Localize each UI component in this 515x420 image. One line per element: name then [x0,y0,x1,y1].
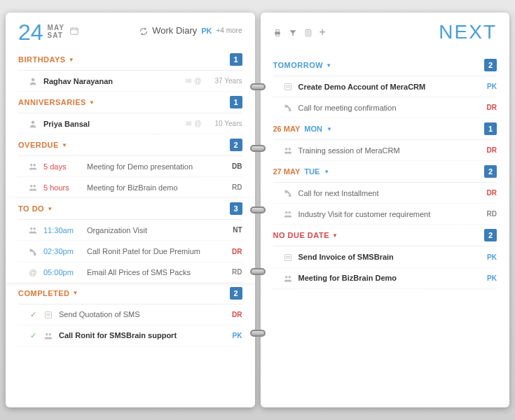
svg-point-10 [30,228,32,230]
next-label: NEXT [439,21,497,43]
list-item[interactable]: Priya Bansal ✉ @ 10 Years [18,113,242,134]
item-time: 5 hours [43,183,81,192]
owner-badge[interactable]: PK [201,27,212,35]
contact-icons: ✉ @ [186,77,201,85]
people-icon [28,225,38,234]
day-date: 27 MAY [273,167,301,176]
at-icon: @ [28,268,38,276]
item-tag: DR [480,146,497,154]
date-weekday: SAT [48,31,64,39]
item-tag: RD [226,268,242,276]
count-badge: 1 [230,53,242,66]
section-label: NO DUE DATE [273,231,329,239]
section-anniversaries[interactable]: ANNIVERSARIES ▼ 1 [18,92,242,113]
list-item[interactable]: 11:30am Organization Visit NT [18,220,242,241]
mail-icon[interactable]: ✉ [186,77,191,85]
day-header[interactable]: 26 MAY MON ▼ 1 [273,118,497,140]
item-tag: DR [480,104,497,111]
list-icon[interactable] [304,27,313,38]
at-icon[interactable]: @ [194,77,201,85]
people-icon [43,331,53,340]
list-item[interactable]: Industry Visit for customer requirement … [273,204,497,225]
section-overdue[interactable]: OVERDUE ▼ 2 [18,134,242,156]
phone-icon [283,103,293,112]
item-tag: DB [226,162,242,170]
svg-point-5 [32,121,35,125]
chevron-down-icon: ▼ [327,126,332,132]
check-icon: ✓ [28,331,38,340]
section-todo[interactable]: TO DO ▼ 3 [18,198,242,220]
at-icon[interactable]: @ [194,120,201,127]
right-header: + NEXT [273,21,497,43]
svg-point-15 [46,333,48,335]
item-text: Send Quotation of SMS [59,310,220,318]
calendar-icon[interactable] [70,25,78,35]
refresh-icon[interactable] [139,25,148,36]
list-item[interactable]: Training session of MeraCRM DR [273,140,497,161]
section-label: BIRTHDAYS [18,55,66,64]
print-icon[interactable] [273,27,282,38]
section-nodue[interactable]: NO DUE DATE ▼ 2 [273,225,497,246]
list-item[interactable]: 5 hours Meeting for BizBrain demo RD [18,177,242,198]
list-item[interactable]: Raghav Narayanan ✉ @ 37 Years [18,71,242,92]
item-text: Call for next Installment [298,189,475,197]
list-item[interactable]: ✓ Call Ronit for SMSBrain support PK [18,326,242,346]
diary-title: Work Diary [152,25,197,36]
svg-point-6 [30,164,32,166]
svg-rect-24 [284,84,291,90]
item-tag: PK [480,274,497,282]
list-item[interactable]: Meeting for BizBrain Demo PK [273,268,497,289]
more-link[interactable]: +4 more [217,27,242,34]
mail-icon[interactable]: ✉ [186,120,191,127]
item-tag: PK [226,332,242,340]
person-icon [28,76,38,85]
list-item[interactable]: ✓ Send Quotation of SMS DR [18,304,242,326]
item-text: Create Demo Account of MeraCRM [298,83,475,91]
list-item[interactable]: @ 05:00pm Email All Prices of SMS Packs … [18,262,242,283]
item-tag: DR [480,189,497,197]
date-block: 24 MAY SAT [18,21,78,43]
chevron-down-icon: ▼ [89,99,95,106]
count-badge: 2 [484,59,497,71]
count-badge: 3 [230,202,242,215]
item-meta: 37 Years [207,77,242,85]
svg-rect-0 [71,28,78,34]
section-label: TO DO [18,204,44,213]
item-tag: DR [226,311,242,318]
diary-title-block: Work Diary PK +4 more [139,25,242,36]
count-badge: 1 [484,122,497,135]
svg-point-16 [49,333,51,335]
person-icon [28,119,38,128]
filter-icon[interactable] [289,27,297,38]
list-item[interactable]: Call for next Installment DR [273,183,497,204]
list-item[interactable]: Call for meeting confirmation DR [273,97,497,118]
section-birthdays[interactable]: BIRTHDAYS ▼ 1 [18,49,242,71]
svg-point-8 [30,185,32,187]
list-item[interactable]: Create Demo Account of MeraCRM PK [273,76,497,97]
item-text: Call Ronit Patel for Due Premium [87,247,220,255]
svg-rect-12 [46,312,52,318]
item-text: Meeting for BizBrain Demo [298,274,475,282]
day-name: TUE [304,167,320,176]
day-header[interactable]: 27 MAY TUE ▼ 2 [273,161,497,183]
list-item[interactable]: 02:30pm Call Ronit Patel for Due Premium… [18,241,242,262]
section-tomorrow[interactable]: TOMORROW ▼ 2 [273,55,497,76]
list-item[interactable]: Send Invoice of SMSBrain PK [273,246,497,267]
item-tag: RD [226,183,242,191]
item-text: Organization Visit [87,226,220,234]
item-text: Training session of MeraCRM [298,146,475,155]
svg-point-9 [34,185,36,187]
section-completed[interactable]: COMPLETED ▼ 2 [18,283,242,304]
list-item[interactable]: 5 days Meeting for Demo presentation DB [18,156,242,177]
svg-point-34 [285,276,287,278]
ring-icon [250,145,266,152]
item-tag: DR [226,248,242,255]
svg-point-11 [34,228,36,230]
day-name: MON [304,125,322,133]
section-label: OVERDUE [18,141,59,149]
phone-icon [283,188,293,197]
add-icon[interactable]: + [320,26,326,38]
left-page: 24 MAY SAT Work Diary PK +4 more BIRT [6,13,255,407]
count-badge: 2 [230,139,242,151]
svg-rect-31 [284,254,291,260]
